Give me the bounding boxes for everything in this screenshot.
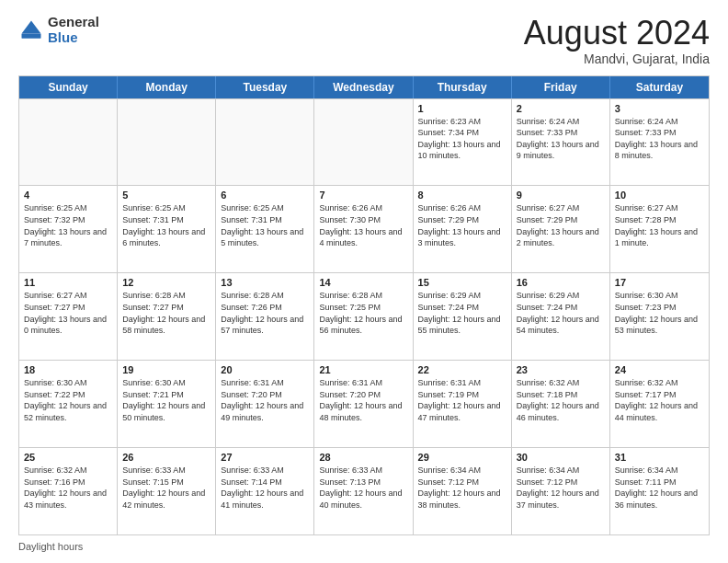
cell-info: Sunrise: 6:33 AMSunset: 7:15 PMDaylight:… (122, 465, 210, 511)
day-number: 29 (418, 452, 506, 463)
calendar-header: SundayMondayTuesdayWednesdayThursdayFrid… (19, 76, 709, 98)
day-number: 23 (517, 364, 605, 375)
logo-blue: Blue (48, 30, 99, 46)
day-number: 19 (122, 364, 210, 375)
day-header-thursday: Thursday (414, 76, 512, 98)
cell-info: Sunrise: 6:29 AMSunset: 7:24 PMDaylight:… (517, 290, 605, 336)
day-number: 20 (221, 364, 309, 375)
svg-rect-1 (22, 33, 41, 38)
calendar-cell-3-4: 14Sunrise: 6:28 AMSunset: 7:25 PMDayligh… (314, 273, 413, 360)
cell-info: Sunrise: 6:25 AMSunset: 7:31 PMDaylight:… (122, 202, 210, 248)
day-header-monday: Monday (118, 76, 216, 98)
day-number: 31 (615, 452, 704, 463)
calendar-row-5: 25Sunrise: 6:32 AMSunset: 7:16 PMDayligh… (19, 447, 709, 534)
svg-marker-0 (22, 20, 41, 33)
calendar-cell-1-1 (19, 99, 118, 186)
day-number: 11 (24, 277, 112, 288)
day-number: 26 (122, 452, 210, 463)
cell-info: Sunrise: 6:25 AMSunset: 7:31 PMDaylight:… (221, 202, 309, 248)
calendar-cell-2-5: 8Sunrise: 6:26 AMSunset: 7:29 PMDaylight… (414, 186, 512, 272)
cell-info: Sunrise: 6:27 AMSunset: 7:29 PMDaylight:… (517, 202, 605, 248)
calendar-cell-4-6: 23Sunrise: 6:32 AMSunset: 7:18 PMDayligh… (512, 361, 610, 447)
calendar-cell-1-7: 3Sunrise: 6:24 AMSunset: 7:33 PMDaylight… (610, 99, 709, 186)
day-number: 18 (24, 364, 112, 375)
calendar-cell-3-2: 12Sunrise: 6:28 AMSunset: 7:27 PMDayligh… (118, 273, 216, 360)
calendar-cell-2-4: 7Sunrise: 6:26 AMSunset: 7:30 PMDaylight… (314, 186, 413, 272)
calendar-cell-2-2: 5Sunrise: 6:25 AMSunset: 7:31 PMDaylight… (118, 186, 216, 272)
day-number: 2 (517, 103, 605, 114)
cell-info: Sunrise: 6:24 AMSunset: 7:33 PMDaylight:… (615, 116, 704, 162)
calendar-cell-4-1: 18Sunrise: 6:30 AMSunset: 7:22 PMDayligh… (19, 361, 118, 447)
day-number: 9 (517, 190, 605, 201)
day-header-saturday: Saturday (610, 76, 709, 98)
calendar-cell-2-7: 10Sunrise: 6:27 AMSunset: 7:28 PMDayligh… (610, 186, 709, 272)
logo: General Blue (18, 15, 99, 45)
cell-info: Sunrise: 6:34 AMSunset: 7:11 PMDaylight:… (615, 465, 704, 511)
calendar-cell-3-5: 15Sunrise: 6:29 AMSunset: 7:24 PMDayligh… (414, 273, 512, 360)
cell-info: Sunrise: 6:34 AMSunset: 7:12 PMDaylight:… (517, 465, 605, 511)
cell-info: Sunrise: 6:29 AMSunset: 7:24 PMDaylight:… (418, 290, 506, 336)
cell-info: Sunrise: 6:25 AMSunset: 7:32 PMDaylight:… (24, 202, 112, 248)
day-number: 5 (122, 190, 210, 201)
day-number: 7 (319, 190, 407, 201)
calendar-cell-2-1: 4Sunrise: 6:25 AMSunset: 7:32 PMDaylight… (19, 186, 118, 272)
day-number: 1 (418, 103, 506, 114)
calendar-cell-1-2 (118, 99, 216, 186)
logo-general: General (48, 15, 99, 30)
calendar-cell-2-6: 9Sunrise: 6:27 AMSunset: 7:29 PMDaylight… (512, 186, 610, 272)
cell-info: Sunrise: 6:23 AMSunset: 7:34 PMDaylight:… (418, 116, 506, 162)
title-area: August 2024 Mandvi, Gujarat, India (524, 15, 710, 66)
calendar-cell-3-3: 13Sunrise: 6:28 AMSunset: 7:26 PMDayligh… (216, 273, 314, 360)
day-number: 16 (517, 277, 605, 288)
cell-info: Sunrise: 6:33 AMSunset: 7:13 PMDaylight:… (319, 465, 407, 511)
calendar-cell-1-3 (216, 99, 314, 186)
cell-info: Sunrise: 6:28 AMSunset: 7:27 PMDaylight:… (122, 290, 210, 336)
cell-info: Sunrise: 6:30 AMSunset: 7:23 PMDaylight:… (615, 290, 704, 336)
cell-info: Sunrise: 6:31 AMSunset: 7:19 PMDaylight:… (418, 377, 506, 423)
cell-info: Sunrise: 6:32 AMSunset: 7:18 PMDaylight:… (517, 377, 605, 423)
day-header-wednesday: Wednesday (314, 76, 413, 98)
cell-info: Sunrise: 6:30 AMSunset: 7:21 PMDaylight:… (122, 377, 210, 423)
calendar-cell-2-3: 6Sunrise: 6:25 AMSunset: 7:31 PMDaylight… (216, 186, 314, 272)
cell-info: Sunrise: 6:24 AMSunset: 7:33 PMDaylight:… (517, 116, 605, 162)
day-number: 25 (24, 452, 112, 463)
logo-icon (18, 17, 44, 43)
cell-info: Sunrise: 6:33 AMSunset: 7:14 PMDaylight:… (221, 465, 309, 511)
day-number: 15 (418, 277, 506, 288)
day-number: 6 (221, 190, 309, 201)
day-number: 30 (517, 452, 605, 463)
day-number: 14 (319, 277, 407, 288)
calendar-cell-5-1: 25Sunrise: 6:32 AMSunset: 7:16 PMDayligh… (19, 448, 118, 534)
footer: Daylight hours (18, 541, 710, 552)
cell-info: Sunrise: 6:27 AMSunset: 7:27 PMDaylight:… (24, 290, 112, 336)
cell-info: Sunrise: 6:28 AMSunset: 7:25 PMDaylight:… (319, 290, 407, 336)
header: General Blue August 2024 Mandvi, Gujarat… (18, 15, 710, 66)
cell-info: Sunrise: 6:31 AMSunset: 7:20 PMDaylight:… (221, 377, 309, 423)
day-number: 10 (615, 190, 704, 201)
day-number: 13 (221, 277, 309, 288)
calendar-cell-4-3: 20Sunrise: 6:31 AMSunset: 7:20 PMDayligh… (216, 361, 314, 447)
cell-info: Sunrise: 6:31 AMSunset: 7:20 PMDaylight:… (319, 377, 407, 423)
cell-info: Sunrise: 6:27 AMSunset: 7:28 PMDaylight:… (615, 202, 704, 248)
day-number: 12 (122, 277, 210, 288)
calendar-row-4: 18Sunrise: 6:30 AMSunset: 7:22 PMDayligh… (19, 360, 709, 447)
calendar-cell-5-2: 26Sunrise: 6:33 AMSunset: 7:15 PMDayligh… (118, 448, 216, 534)
day-header-tuesday: Tuesday (216, 76, 314, 98)
month-year-title: August 2024 (524, 15, 710, 52)
cell-info: Sunrise: 6:30 AMSunset: 7:22 PMDaylight:… (24, 377, 112, 423)
cell-info: Sunrise: 6:26 AMSunset: 7:30 PMDaylight:… (319, 202, 407, 248)
logo-text: General Blue (48, 15, 99, 45)
calendar-cell-3-1: 11Sunrise: 6:27 AMSunset: 7:27 PMDayligh… (19, 273, 118, 360)
footer-label: Daylight hours (18, 541, 83, 552)
calendar-row-2: 4Sunrise: 6:25 AMSunset: 7:32 PMDaylight… (19, 185, 709, 272)
location-subtitle: Mandvi, Gujarat, India (524, 52, 710, 66)
cell-info: Sunrise: 6:26 AMSunset: 7:29 PMDaylight:… (418, 202, 506, 248)
day-number: 17 (615, 277, 704, 288)
cell-info: Sunrise: 6:34 AMSunset: 7:12 PMDaylight:… (418, 465, 506, 511)
day-number: 4 (24, 190, 112, 201)
day-header-friday: Friday (512, 76, 610, 98)
calendar-cell-5-4: 28Sunrise: 6:33 AMSunset: 7:13 PMDayligh… (314, 448, 413, 534)
calendar: SundayMondayTuesdayWednesdayThursdayFrid… (18, 75, 710, 535)
page: General Blue August 2024 Mandvi, Gujarat… (0, 0, 728, 563)
calendar-body: 1Sunrise: 6:23 AMSunset: 7:34 PMDaylight… (19, 98, 709, 534)
